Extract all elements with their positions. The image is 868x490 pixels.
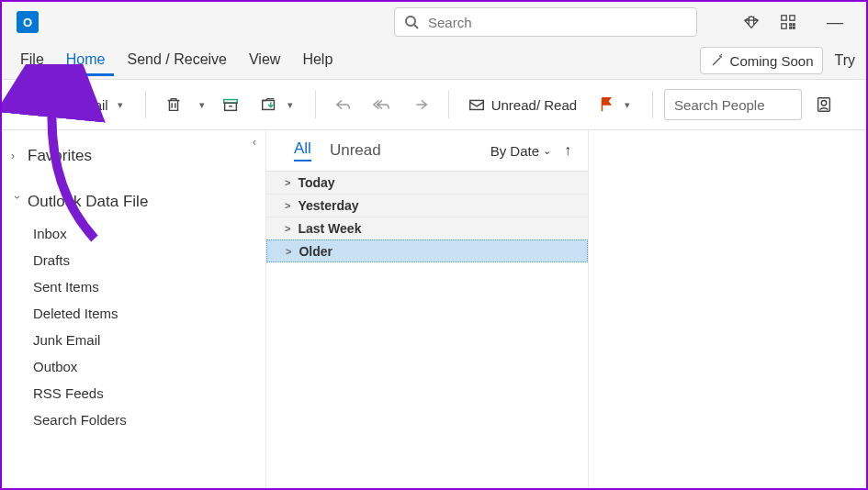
search-icon xyxy=(404,15,419,29)
envelope-icon xyxy=(468,95,486,114)
filter-unread-tab[interactable]: Unread xyxy=(330,141,381,160)
ribbon: New Email ▾ ▾ ▾ Unread/ Read ▾ Search Pe… xyxy=(2,79,866,130)
group-label: Last Week xyxy=(298,221,361,236)
group-header[interactable]: >Yesterday xyxy=(266,194,588,217)
reply-button[interactable] xyxy=(327,87,360,122)
forward-icon xyxy=(411,95,430,114)
chevron-right-icon: › xyxy=(11,150,24,162)
wand-icon xyxy=(710,53,725,68)
chevron-right-icon: > xyxy=(285,200,290,211)
search-input[interactable] xyxy=(428,15,687,30)
group-header[interactable]: >Today xyxy=(266,171,588,194)
menu-home[interactable]: Home xyxy=(57,46,115,76)
divider xyxy=(652,91,653,118)
data-file-section[interactable]: › Outlook Data File xyxy=(7,187,265,217)
folder-sent[interactable]: Sent Items xyxy=(29,273,265,300)
divider xyxy=(448,91,449,118)
new-mail-icon xyxy=(18,95,37,114)
svg-point-0 xyxy=(406,17,415,26)
chevron-down-icon: ⌄ xyxy=(543,145,551,157)
collapse-nav-icon[interactable]: ‹ xyxy=(253,136,256,149)
address-book-icon xyxy=(815,95,833,114)
unread-read-button[interactable]: Unread/ Read xyxy=(460,87,584,122)
svg-rect-2 xyxy=(782,16,786,20)
list-filter-bar: All Unread By Date ⌄ ↑ xyxy=(266,139,588,171)
archive-icon xyxy=(221,95,240,114)
divider xyxy=(145,91,146,118)
svg-rect-8 xyxy=(793,27,795,28)
folder-rss[interactable]: RSS Feeds xyxy=(29,380,265,406)
folder-deleted[interactable]: Deleted Items xyxy=(29,300,265,327)
svg-rect-14 xyxy=(469,100,483,109)
menu-help[interactable]: Help xyxy=(293,46,342,76)
message-list-pane: All Unread By Date ⌄ ↑ >Today>Yesterday>… xyxy=(266,130,588,488)
move-folder-icon xyxy=(260,95,278,114)
title-bar: O — xyxy=(2,2,866,42)
chevron-down-icon: ▾ xyxy=(625,99,630,111)
minimize-button[interactable]: — xyxy=(817,13,853,32)
trash-icon xyxy=(164,95,183,114)
chevron-right-icon: > xyxy=(286,246,291,257)
new-email-button[interactable]: New Email ▾ xyxy=(11,87,134,122)
folder-search[interactable]: Search Folders xyxy=(29,406,265,433)
flag-button[interactable]: ▾ xyxy=(590,87,641,122)
chevron-down-icon: › xyxy=(11,195,24,208)
chevron-right-icon: > xyxy=(285,223,290,234)
favorites-section[interactable]: › Favorites xyxy=(7,141,265,171)
qr-icon[interactable] xyxy=(780,14,796,30)
move-button[interactable]: ▾ xyxy=(253,87,304,122)
menu-bar: File Home Send / Receive View Help Comin… xyxy=(2,42,866,79)
forward-button[interactable] xyxy=(404,87,437,122)
divider xyxy=(315,91,316,118)
reading-pane xyxy=(588,130,866,488)
navigation-pane: ‹ › Favorites › Outlook Data File Inbox … xyxy=(2,130,266,488)
menu-file[interactable]: File xyxy=(11,46,53,76)
sort-button[interactable]: By Date ⌄ xyxy=(490,143,551,159)
group-label: Older xyxy=(299,244,333,259)
svg-rect-7 xyxy=(790,27,792,28)
global-search[interactable] xyxy=(394,7,697,37)
chevron-down-icon[interactable]: ▾ xyxy=(199,99,205,111)
group-label: Yesterday xyxy=(298,198,358,213)
group-header[interactable]: >Older xyxy=(266,239,588,262)
reply-all-icon xyxy=(373,95,391,114)
outlook-app-icon: O xyxy=(17,11,39,33)
svg-rect-5 xyxy=(790,24,792,26)
menu-view[interactable]: View xyxy=(240,46,289,76)
chevron-down-icon: ▾ xyxy=(287,99,293,111)
folder-inbox[interactable]: Inbox xyxy=(29,220,265,247)
delete-button[interactable] xyxy=(157,87,190,122)
folder-list: Inbox Drafts Sent Items Deleted Items Ju… xyxy=(29,220,265,433)
flag-icon xyxy=(597,95,615,114)
folder-outbox[interactable]: Outbox xyxy=(29,353,265,380)
content-area: ‹ › Favorites › Outlook Data File Inbox … xyxy=(2,130,866,488)
folder-drafts[interactable]: Drafts xyxy=(29,247,265,273)
archive-button[interactable] xyxy=(214,87,247,122)
svg-rect-4 xyxy=(782,24,786,28)
svg-rect-6 xyxy=(793,24,795,26)
reply-icon xyxy=(334,95,353,114)
search-people-input[interactable]: Search People xyxy=(664,89,802,120)
coming-soon-toggle[interactable]: Coming Soon xyxy=(700,47,824,74)
chevron-right-icon: > xyxy=(285,177,290,188)
filter-all-tab[interactable]: All xyxy=(294,139,311,161)
menu-send-receive[interactable]: Send / Receive xyxy=(118,46,236,76)
reply-all-button[interactable] xyxy=(366,87,399,122)
svg-line-1 xyxy=(414,25,418,28)
group-header[interactable]: >Last Week xyxy=(266,217,588,239)
svg-rect-3 xyxy=(790,16,795,20)
try-button[interactable]: Try xyxy=(832,49,857,72)
svg-point-16 xyxy=(821,100,826,105)
chevron-down-icon: ▾ xyxy=(118,99,123,111)
premium-icon[interactable] xyxy=(743,14,760,30)
folder-junk[interactable]: Junk Email xyxy=(29,327,265,353)
sort-direction-button[interactable]: ↑ xyxy=(564,142,571,159)
address-book-button[interactable] xyxy=(807,87,840,122)
group-label: Today xyxy=(298,175,334,190)
